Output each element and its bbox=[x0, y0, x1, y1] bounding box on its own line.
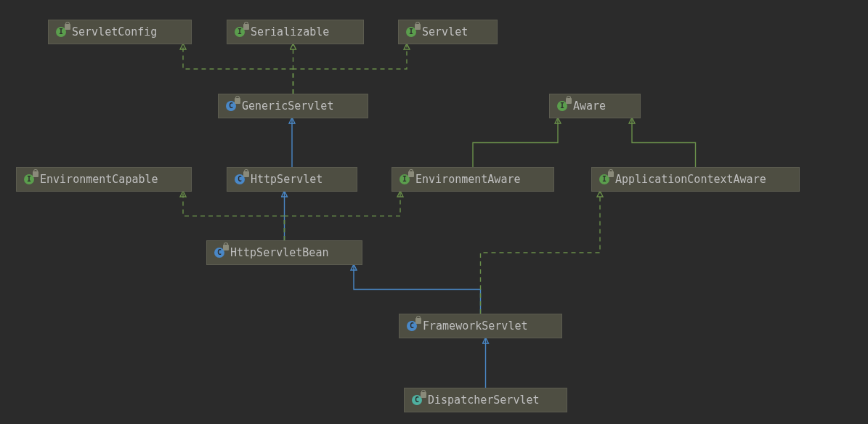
node-label: DispatcherServlet bbox=[428, 394, 540, 407]
node-label: Aware bbox=[573, 99, 606, 113]
lock-icon bbox=[566, 98, 572, 104]
edge-appCtxAware-to-aware bbox=[632, 118, 696, 167]
node-servletConfig[interactable]: IServletConfig bbox=[48, 20, 192, 44]
interface-icon: I bbox=[556, 99, 569, 113]
node-label: HttpServletBean bbox=[230, 246, 328, 259]
lock-icon bbox=[415, 318, 421, 324]
edge-frameworkServlet-to-httpServletBean bbox=[354, 265, 481, 314]
interface-icon: I bbox=[398, 173, 411, 186]
uml-diagram-canvas: IServletConfigISerializableIServletCGene… bbox=[0, 0, 868, 424]
lock-icon bbox=[408, 171, 414, 177]
interface-icon: I bbox=[233, 25, 246, 38]
class-icon: C bbox=[410, 394, 423, 407]
interface-icon: I bbox=[23, 173, 36, 186]
edge-envAware-to-aware bbox=[473, 118, 558, 167]
node-envCapable[interactable]: IEnvironmentCapable bbox=[16, 167, 192, 192]
lock-icon bbox=[65, 24, 70, 30]
interface-icon: I bbox=[54, 25, 68, 38]
node-label: EnvironmentCapable bbox=[40, 173, 158, 186]
node-label: ApplicationContextAware bbox=[615, 173, 766, 186]
edge-httpServletBean-to-envCapable bbox=[183, 192, 285, 240]
node-label: Servlet bbox=[422, 25, 468, 38]
node-label: GenericServlet bbox=[242, 99, 333, 113]
node-httpServlet[interactable]: CHttpServlet bbox=[227, 167, 357, 192]
node-httpServletBean[interactable]: CHttpServletBean bbox=[206, 240, 362, 265]
edge-genericServlet-to-servletConfig bbox=[183, 44, 293, 94]
node-label: FrameworkServlet bbox=[423, 319, 528, 333]
lock-icon bbox=[33, 171, 38, 177]
node-servlet[interactable]: IServlet bbox=[398, 20, 498, 44]
edge-frameworkServlet-to-appCtxAware bbox=[481, 192, 601, 314]
lock-icon bbox=[223, 245, 229, 250]
lock-icon bbox=[608, 171, 614, 177]
node-appCtxAware[interactable]: IApplicationContextAware bbox=[591, 167, 800, 192]
edge-genericServlet-to-servlet bbox=[293, 44, 407, 94]
node-envAware[interactable]: IEnvironmentAware bbox=[392, 167, 554, 192]
lock-icon bbox=[243, 24, 249, 30]
interface-icon: I bbox=[405, 25, 418, 38]
lock-icon bbox=[235, 98, 240, 104]
class-icon: C bbox=[405, 319, 418, 333]
class-icon: C bbox=[224, 99, 238, 113]
edge-httpServletBean-to-envAware bbox=[285, 192, 401, 240]
node-label: EnvironmentAware bbox=[415, 173, 521, 186]
connectors-layer bbox=[0, 0, 868, 424]
node-frameworkServlet[interactable]: CFrameworkServlet bbox=[399, 314, 562, 338]
lock-icon bbox=[421, 392, 426, 398]
node-aware[interactable]: IAware bbox=[549, 94, 641, 118]
node-genericServlet[interactable]: CGenericServlet bbox=[218, 94, 368, 118]
node-dispatcherServlet[interactable]: CDispatcherServlet bbox=[404, 388, 567, 412]
class-icon: C bbox=[213, 246, 226, 259]
class-icon: C bbox=[233, 173, 246, 186]
lock-icon bbox=[415, 24, 421, 30]
interface-icon: I bbox=[598, 173, 611, 186]
node-label: HttpServlet bbox=[251, 173, 323, 186]
node-serializable[interactable]: ISerializable bbox=[227, 20, 364, 44]
node-label: Serializable bbox=[251, 25, 329, 38]
lock-icon bbox=[243, 171, 249, 177]
node-label: ServletConfig bbox=[72, 25, 157, 38]
